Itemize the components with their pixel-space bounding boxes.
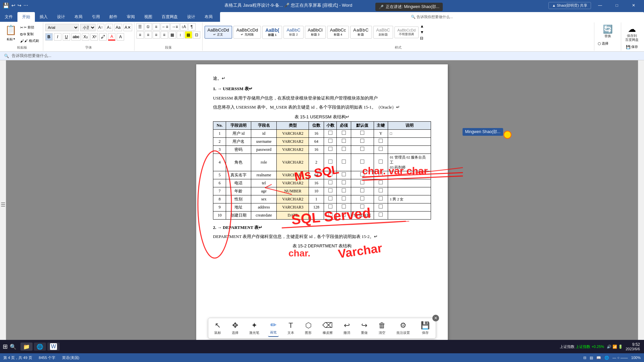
tab-view[interactable]: 视图 (140, 12, 157, 22)
shrink-font-btn[interactable]: A↓ (106, 24, 113, 31)
line-spacing-btn[interactable]: ↕ (177, 31, 184, 39)
style-subtle[interactable]: AaBbCcDd 不明显强调 (394, 26, 419, 38)
font-size-select[interactable]: 小五 (80, 24, 96, 31)
save-btn[interactable]: 💾 保存 (625, 44, 639, 50)
strikethrough-btn[interactable]: abc (71, 33, 80, 41)
cut-btn[interactable]: ✂ ✂ 剪切 (19, 24, 40, 31)
font-face-select[interactable]: Arial (45, 24, 79, 31)
read-view-btn[interactable]: 📖 (596, 356, 601, 360)
align-center-btn[interactable]: ≡ (145, 31, 152, 39)
save-tool-icon: 💾 (421, 321, 430, 330)
sort-btn[interactable]: ↕A (180, 23, 187, 31)
grow-font-btn[interactable]: A↑ (97, 24, 104, 31)
cell-fielddesc: 真实名字 (226, 171, 251, 179)
underline-btn[interactable]: U (63, 33, 70, 41)
styles-scroll-down[interactable]: ▼ (420, 30, 424, 35)
increase-indent-btn[interactable]: →≡ (170, 23, 179, 31)
toolbar-pen[interactable]: ✏ 画笔 (268, 319, 279, 337)
decrease-indent-btn[interactable]: ←≡ (161, 23, 170, 31)
toolbar-eraser[interactable]: ⌫ 橡皮擦 (320, 320, 335, 337)
toolbar-redo[interactable]: ↪ 重做 (359, 320, 370, 337)
tab-home[interactable]: 开始 (17, 12, 35, 22)
styles-scroll-up[interactable]: ▲ (420, 24, 424, 28)
superscript-btn[interactable]: X² (91, 33, 98, 41)
replace-btn[interactable]: 🔄 替换 (596, 23, 619, 40)
bold-btn[interactable]: B (45, 33, 53, 41)
highlight-btn[interactable]: 🖍 (99, 33, 107, 41)
style-title[interactable]: AaBbC 标题 (350, 26, 372, 39)
minimize-btn[interactable]: — (592, 0, 608, 11)
tell-me-input[interactable]: 🔍 告诉我你想要做什么... (411, 14, 453, 19)
share-btn[interactable]: ▲ Shao(邵明霓) 共享 (548, 2, 591, 9)
tab-design[interactable]: 设计 (52, 12, 70, 22)
style-h2[interactable]: AaBbC 标题 2 (283, 26, 303, 39)
borders-btn[interactable]: ⊡ (193, 31, 200, 39)
tab-mailings[interactable]: 邮件 (105, 12, 122, 22)
redo-btn[interactable]: ↪ (17, 3, 21, 8)
align-left-btn[interactable]: ≡ (137, 31, 144, 39)
style-subtitle[interactable]: AaBbC 副标题 (373, 26, 393, 39)
justify-btn[interactable]: ≡ (161, 31, 168, 39)
paste-dropdown[interactable]: ▾ (13, 37, 15, 42)
text-effect-btn[interactable]: A (117, 33, 124, 41)
clear-format-btn[interactable]: A✕ (123, 24, 132, 31)
font-color-btn[interactable]: A (108, 33, 115, 41)
view-toggle-icon[interactable]: ⊟ (583, 356, 586, 360)
subscript-btn[interactable]: X₂ (82, 33, 89, 41)
style-normal[interactable]: AaBbCcDd ↵ 正文 (205, 26, 232, 39)
windows-icon[interactable]: ⊞ (3, 343, 8, 350)
shading-btn[interactable]: ▩ (185, 31, 192, 39)
bullets-btn[interactable]: ☰ (137, 23, 144, 31)
numbering-btn[interactable]: ① (145, 23, 152, 31)
paste-btn[interactable]: 📋 (4, 23, 17, 37)
toolbar-clear[interactable]: 🗑 清空 (376, 320, 388, 337)
settings-icon: ⚙ (400, 321, 407, 330)
toolbar-text[interactable]: T 文本 (285, 320, 296, 337)
style-h3[interactable]: AaBbCl 标题 3 (305, 26, 326, 39)
tab-baidu[interactable]: 百度网盘 (157, 12, 182, 22)
style-h1[interactable]: AaBb( 标题 1 (262, 26, 282, 39)
layout-view-btn[interactable]: ▤ (590, 356, 593, 360)
toolbar-shape[interactable]: ⬡ 图形 (303, 320, 314, 337)
toolbar-settings[interactable]: ⚙ 批注设置 (394, 320, 412, 337)
styles-expand[interactable]: ⊟ (420, 36, 424, 41)
tab-layout[interactable]: 布局 (70, 12, 87, 22)
toolbar-save[interactable]: 💾 保存 (419, 320, 432, 337)
toolbar-laser[interactable]: ✦ 激光笔 (247, 320, 261, 337)
change-case-btn[interactable]: Aa (114, 24, 122, 31)
taskbar-item-word[interactable]: W (47, 343, 60, 351)
close-btn[interactable]: ✕ (626, 0, 641, 11)
zoom-slider[interactable]: — ○ —— (612, 356, 628, 360)
tab-review[interactable]: 审阅 (122, 12, 140, 22)
maximize-btn[interactable]: □ (609, 0, 625, 11)
toolbar-mouse[interactable]: ↖ 鼠标 (212, 320, 223, 337)
tab-insert[interactable]: 插入 (35, 12, 52, 22)
tell-me-bar[interactable]: 告诉我你想要做什么... (12, 53, 51, 59)
tab-file[interactable]: 文件 (0, 12, 17, 22)
toolbar-select[interactable]: ✥ 选择 (230, 320, 240, 337)
taskbar-item-file-explorer[interactable]: 📁 (20, 343, 33, 351)
italic-btn[interactable]: I (54, 33, 61, 41)
nav-toggle-icon[interactable]: ☰ (1, 201, 5, 208)
multilevel-btn[interactable]: ≡ (153, 23, 160, 31)
draw-toolbar-close[interactable]: ✕ (432, 315, 439, 321)
save-baidu-btn[interactable]: ☁ 保存到百度网盘 (623, 23, 641, 43)
tab-references[interactable]: 引用 (87, 12, 105, 22)
search-taskbar-icon[interactable]: 🔍 (10, 344, 16, 350)
copy-btn[interactable]: ⧉ ⧉ 复制 (19, 31, 40, 37)
select-btn[interactable]: ⬡ 选择 (596, 41, 619, 47)
customize-btn[interactable]: ⋯ (23, 3, 28, 8)
toolbar-undo[interactable]: ↩ 撤消 (341, 320, 352, 337)
columns-btn[interactable]: ▦ (169, 31, 176, 39)
show-marks-btn[interactable]: ¶ (188, 23, 196, 31)
taskbar-item-edge[interactable]: 🌐 (34, 343, 46, 351)
tab-table-layout[interactable]: 布局 (200, 12, 217, 22)
align-right-btn[interactable]: ≡ (153, 31, 160, 39)
style-h4[interactable]: AaBbCc 标题 4 (327, 26, 349, 39)
undo-btn[interactable]: ↩ (11, 3, 15, 8)
cell-dec (324, 195, 336, 203)
style-no-spacing[interactable]: AaBbCcDd ↵ 无间隔 (233, 26, 261, 39)
tab-table-design[interactable]: 设计 (182, 12, 200, 22)
web-view-btn[interactable]: 🌐 (604, 356, 609, 360)
format-painter-btn[interactable]: 🖌 🖌 格式刷 (19, 38, 40, 44)
